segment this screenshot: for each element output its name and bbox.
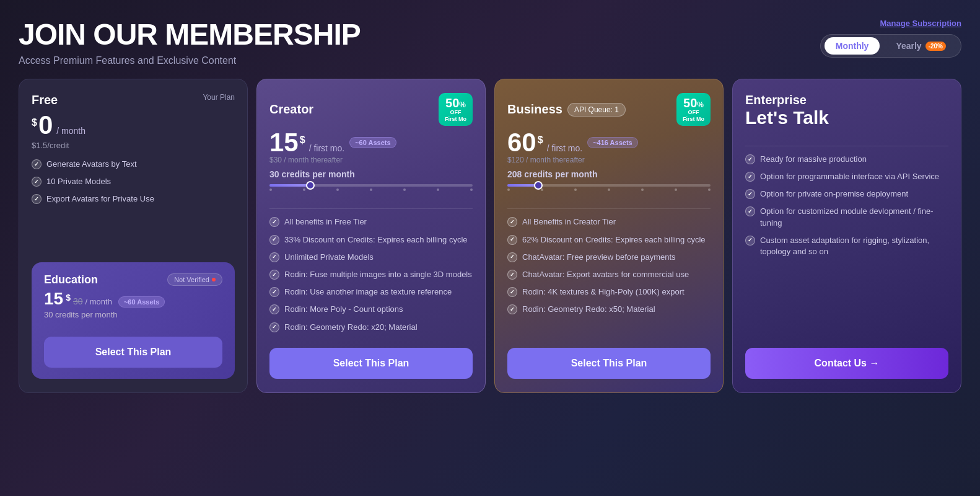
business-feature-3: ChatAvatar: Free preview before payments (507, 252, 711, 263)
edu-price-row: 15 $ 30 / month ~60 Assets (44, 290, 222, 308)
business-plan-name: Business (507, 102, 562, 117)
free-price-row: $ 0 / month (32, 112, 235, 138)
enterprise-plan-name: Enterprise (745, 93, 948, 107)
creator-price-row: 15 $ / first mo. (269, 130, 344, 156)
free-feature-1: Generate Avatars by Text (32, 159, 235, 170)
top-bar: JOIN OUR MEMBERSHIP Access Premium Featu… (19, 19, 961, 66)
check-icon (269, 322, 279, 332)
edu-assets-badge: ~60 Assets (118, 296, 165, 308)
business-feature-6: Rodin: Geometry Redo: x50; Material (507, 304, 711, 315)
not-verified-badge: Not Verified (167, 273, 222, 286)
creator-slider-fill (269, 184, 310, 187)
enterprise-feature-label-3: Option for private on-premise deployment (760, 188, 908, 200)
enterprise-feature-label-2: Option for programmable interface via AP… (760, 171, 939, 182)
slider-dot (303, 188, 305, 191)
business-thereafter: $120 / month thereafter (507, 156, 711, 164)
business-select-button[interactable]: Select This Plan (507, 348, 711, 379)
creator-slider-track (269, 184, 473, 187)
creator-feature-label-5: Rodin: Use another image as texture refe… (284, 286, 452, 298)
billing-toggle: Monthly Yearly -20% (820, 34, 961, 58)
enterprise-feature-5: Custom asset adaptation for rigging, sty… (745, 235, 948, 257)
creator-feature-6: Rodin: More Poly - Count options (269, 304, 473, 315)
free-plan-header: Free Your Plan (32, 93, 235, 107)
edu-price-period: / month (85, 297, 112, 306)
enterprise-contact-button[interactable]: Contact Us → (745, 348, 948, 379)
yearly-discount-badge: -20% (925, 42, 946, 51)
yearly-toggle-btn[interactable]: Yearly -20% (885, 37, 957, 55)
business-feature-5: Rodin: 4K textures & High-Poly (100K) ex… (507, 286, 711, 298)
page-title: JOIN OUR MEMBERSHIP (19, 19, 361, 51)
business-header-top: Business API Queue: 1 50% OFFFirst Mo (507, 93, 711, 126)
business-slider-track (507, 184, 711, 187)
creator-assets-badge: ~60 Assets (349, 137, 396, 148)
enterprise-feature-1: Ready for massive production (745, 154, 948, 165)
slider-dot (574, 188, 577, 191)
creator-slider[interactable] (269, 184, 473, 191)
edu-price-main: 15 (44, 290, 63, 308)
edu-select-button[interactable]: Select This Plan (44, 337, 222, 368)
slider-dot (336, 188, 339, 191)
slider-dot (370, 188, 372, 191)
slider-dot (437, 188, 439, 191)
business-feature-1: All Benefits in Creator Tier (507, 216, 711, 228)
slider-dot (269, 188, 272, 191)
slider-dot (641, 188, 644, 191)
edu-price-sup: $ (66, 293, 71, 303)
check-icon (745, 189, 755, 199)
creator-features-list: All benefits in Free Tier 33% Discount o… (269, 216, 473, 339)
creator-slider-dots (269, 188, 473, 191)
business-first-mo-label: / first mo. (547, 143, 583, 153)
free-plan-name: Free (32, 93, 58, 107)
free-price-amount: 0 (38, 112, 53, 138)
edu-header: Education Not Verified (44, 273, 222, 286)
monthly-toggle-btn[interactable]: Monthly (825, 37, 880, 55)
business-feature-label-6: Rodin: Geometry Redo: x50; Material (522, 304, 655, 315)
business-name-row: Business API Queue: 1 (507, 102, 626, 117)
enterprise-feature-label-1: Ready for massive production (760, 154, 867, 165)
check-icon (745, 206, 755, 216)
slider-dot (708, 188, 711, 191)
check-icon-3 (32, 194, 42, 204)
check-icon (269, 270, 279, 280)
business-plan-card: Business API Queue: 1 50% OFFFirst Mo 60… (494, 79, 724, 393)
enterprise-feature-4: Option for customized module devlopment … (745, 206, 948, 228)
slider-dot (507, 188, 510, 191)
creator-feature-label-1: All benefits in Free Tier (284, 216, 367, 228)
business-off-badge: 50% OFFFirst Mo (676, 93, 711, 126)
check-icon (745, 154, 755, 164)
enterprise-lets-talk: Let's Talk (745, 107, 948, 128)
slider-dot (541, 188, 543, 191)
creator-header-top: Creator 50% OFFFirst Mo (269, 93, 473, 126)
enterprise-feature-label-4: Option for customized module devlopment … (760, 206, 948, 228)
enterprise-feature-label-5: Custom asset adaptation for rigging, sty… (760, 235, 948, 257)
slider-dot (403, 188, 406, 191)
api-queue-badge: API Queue: 1 (567, 103, 626, 117)
creator-price-sup: $ (300, 135, 305, 146)
business-slider-fill (507, 184, 538, 187)
manage-subscription-link[interactable]: Manage Subscription (880, 19, 961, 28)
enterprise-plan-card: Enterprise Let's Talk Ready for massive … (732, 79, 961, 393)
business-price-row: 60 $ / first mo. (507, 130, 582, 156)
creator-feature-label-3: Unlimited Private Models (284, 252, 374, 263)
edu-plan-name: Education (44, 273, 98, 286)
creator-feature-7: Rodin: Geometry Redo: x20; Material (269, 322, 473, 333)
check-icon (269, 235, 279, 245)
check-icon (507, 287, 517, 297)
edu-credits-text: 30 credits per month (44, 310, 222, 319)
business-slider[interactable] (507, 184, 711, 191)
creator-select-button[interactable]: Select This Plan (269, 348, 473, 379)
creator-price-amount: 15 (269, 130, 299, 156)
business-credits: 208 credits per month (507, 169, 711, 179)
yearly-label: Yearly (896, 41, 921, 51)
creator-feature-label-4: Rodin: Fuse multiple images into a singl… (284, 269, 472, 280)
red-dot-icon (212, 278, 216, 281)
creator-off-percent: 50% (445, 97, 466, 109)
creator-feature-label-6: Rodin: More Poly - Count options (284, 304, 403, 315)
business-price-section: 60 $ / first mo. ~416 Assets (507, 130, 711, 156)
not-verified-label: Not Verified (174, 276, 209, 283)
business-off-percent: 50% (683, 97, 704, 109)
creator-feature-1: All benefits in Free Tier (269, 216, 473, 228)
enterprise-divider (745, 146, 948, 146)
creator-plan-name: Creator (269, 102, 313, 117)
free-plan-card: Free Your Plan $ 0 / month $1.5/credit G… (19, 79, 248, 393)
